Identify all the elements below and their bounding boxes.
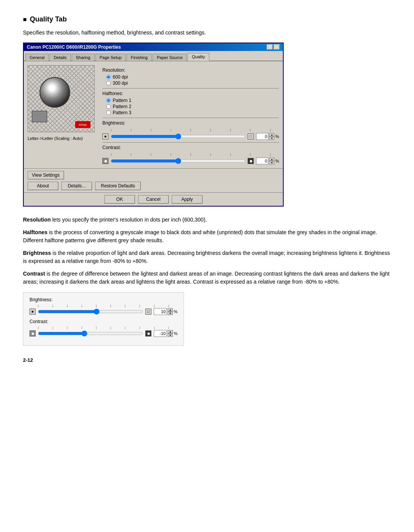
titlebar-buttons: ? × (267, 44, 280, 50)
diag-brightness-spin-up[interactable]: ▲ (168, 308, 173, 312)
bottom-left-buttons: About Details... Restore Defaults (28, 182, 141, 190)
resolution-600-label: 600 dpi (113, 74, 128, 80)
brightness-description: is the relative proportion of light and … (23, 250, 390, 264)
contrast-slider[interactable] (111, 158, 245, 164)
brightness-value-box: ▲ ▼ % (256, 133, 279, 140)
dialog-bottom: View Settings About Details... Restore D… (24, 168, 283, 192)
diag-contrast-spin-down[interactable]: ▼ (168, 333, 173, 337)
tab-paper-source[interactable]: Paper Source (153, 54, 187, 61)
brightness-slider-section: ||||||||| ■ □ ▲ ▼ % (102, 128, 279, 140)
diag-contrast-right-icon: ◼ (145, 330, 151, 337)
contrast-right-icon: ◼ (248, 158, 254, 164)
action-buttons: About Details... Restore Defaults (28, 182, 279, 190)
pattern3-row: Pattern 3 (106, 110, 279, 115)
pattern2-label: Pattern 2 (113, 104, 131, 109)
diag-brightness-value-box: ▲ ▼ % (154, 308, 177, 315)
cancel-button[interactable]: Cancel (138, 195, 169, 204)
diag-brightness-slider[interactable] (38, 309, 143, 315)
tab-finishing[interactable]: Finishing (127, 54, 152, 61)
contrast-percent: % (275, 159, 279, 163)
pattern1-row: Pattern 1 (106, 98, 279, 103)
brightness-percent: % (275, 134, 279, 139)
pattern2-radio[interactable] (106, 104, 111, 109)
tab-details[interactable]: Details (49, 54, 71, 61)
tabs-bar: General Details Sharing Page Setup Finis… (24, 51, 283, 61)
divider-2 (102, 118, 279, 118)
diag-contrast-spin-up[interactable]: ▲ (168, 330, 173, 333)
brightness-slider-row: ■ □ ▲ ▼ % (102, 133, 279, 140)
halftones-paragraph: Halftones is the process of converting a… (23, 228, 391, 245)
dialog-window: Canon PC1200/iC D600/iR1200G Properties … (23, 43, 284, 207)
brightness-spinner: ▲ ▼ (269, 133, 274, 140)
brightness-term: Brightness (23, 250, 51, 256)
brightness-left-icon: ■ (102, 133, 108, 140)
pattern2-row: Pattern 2 (106, 104, 279, 109)
resolution-label: Resolution: (102, 67, 279, 73)
page-number: 2-12 (23, 357, 391, 363)
resolution-600-radio[interactable] (106, 75, 111, 79)
contrast-spin-up[interactable]: ▲ (269, 158, 274, 161)
contrast-paragraph: Contrast is the degree of difference bet… (23, 270, 391, 286)
about-button[interactable]: About (28, 182, 58, 190)
resolution-300-radio[interactable] (106, 81, 111, 85)
preview-badge: 600dpi (75, 121, 90, 128)
contrast-spinner: ▲ ▼ (269, 158, 274, 164)
right-panel: Resolution: 600 dpi 300 dpi Halftones: P… (102, 65, 279, 164)
diag-contrast-value-input[interactable] (154, 330, 167, 337)
tab-general[interactable]: General (25, 54, 49, 61)
brightness-slider[interactable] (111, 133, 245, 140)
help-button[interactable]: ? (267, 44, 273, 50)
halftones-term: Halftones (23, 229, 48, 235)
pattern3-radio[interactable] (106, 110, 111, 115)
diag-brightness-spin-down[interactable]: ▼ (168, 312, 173, 315)
intro-text: Specifies the resolution, halftoning met… (23, 30, 391, 36)
diag-contrast-value-box: ▲ ▼ % (154, 330, 177, 337)
diag-contrast-spinner: ▲ ▼ (168, 330, 173, 337)
contrast-slider-section: ||||||||| ◼ ◼ ▲ ▼ % (102, 153, 279, 164)
details-button[interactable]: Details... (61, 182, 92, 190)
resolution-600-row: 600 dpi (106, 74, 279, 80)
apply-button[interactable]: Apply (172, 195, 202, 204)
scaling-label: Letter->Letter (Scaling : Auto) (28, 135, 99, 141)
brightness-right-icon: □ (248, 133, 254, 140)
divider-3 (102, 142, 279, 143)
resolution-paragraph: Resolution lets you specify the printer'… (23, 216, 391, 224)
diag-brightness-left-icon: ■ (30, 309, 36, 315)
ok-button[interactable]: OK (104, 195, 135, 204)
page-title: Quality Tab (23, 15, 391, 23)
diag-brightness-right-icon: □ (145, 309, 151, 315)
dialog-title: Canon PC1200/iC D600/iR1200G Properties (27, 44, 121, 50)
brightness-section-label: Brightness: (102, 120, 279, 126)
preview-box: 600dpi (28, 65, 95, 132)
resolution-term: Resolution (23, 217, 51, 223)
tab-quality[interactable]: Quality (187, 53, 209, 61)
body-text: Resolution lets you specify the printer'… (23, 216, 391, 286)
restore-defaults-button[interactable]: Restore Defaults (95, 182, 141, 190)
contrast-section-label: Contrast: (102, 145, 279, 150)
resolution-radio-group: 600 dpi 300 dpi (106, 74, 279, 86)
tab-sharing[interactable]: Sharing (72, 54, 95, 61)
preview-small-element (32, 111, 47, 122)
contrast-description: is the degree of difference between the … (23, 271, 389, 285)
contrast-spin-down[interactable]: ▼ (269, 161, 274, 164)
contrast-value-input[interactable] (256, 158, 268, 164)
diag-contrast-slider[interactable] (38, 330, 143, 337)
close-button[interactable]: × (274, 44, 280, 50)
diag-brightness-label: Brightness: (30, 297, 177, 302)
halftones-label: Halftones: (102, 91, 279, 96)
brightness-ticks: ||||||||| (102, 128, 279, 131)
diag-brightness-value-input[interactable] (154, 308, 167, 315)
pattern3-label: Pattern 3 (113, 110, 131, 115)
contrast-term: Contrast (23, 271, 45, 277)
brightness-spin-up[interactable]: ▲ (269, 133, 274, 136)
resolution-300-row: 300 dpi (106, 80, 279, 86)
halftones-description: is the process of converting a greyscale… (23, 229, 377, 243)
view-settings-button[interactable]: View Settings (28, 171, 64, 179)
contrast-slider-row: ◼ ◼ ▲ ▼ % (102, 158, 279, 164)
brightness-spin-down[interactable]: ▼ (269, 136, 274, 140)
tab-page-setup[interactable]: Page Setup (95, 54, 126, 61)
brightness-value-input[interactable] (256, 133, 268, 140)
dialog-titlebar: Canon PC1200/iC D600/iR1200G Properties … (24, 43, 283, 51)
diag-contrast-percent: % (174, 331, 177, 336)
pattern1-radio[interactable] (106, 98, 111, 103)
